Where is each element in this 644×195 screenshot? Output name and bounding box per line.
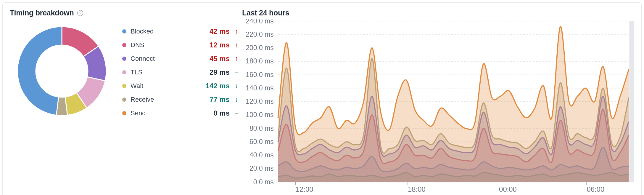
svg-text:40.0 ms: 40.0 ms xyxy=(249,151,274,159)
svg-text:180.0 ms: 180.0 ms xyxy=(246,57,274,65)
legend-label: Blocked xyxy=(131,28,198,35)
swatch-icon xyxy=(122,98,126,102)
legend-label: TLS xyxy=(131,68,198,76)
area-chart: 0.0 ms20.0 ms40.0 ms60.0 ms80.0 ms100.0 … xyxy=(242,19,634,195)
legend-row-send[interactable]: Send0 ms– xyxy=(122,109,239,117)
svg-text:18:00: 18:00 xyxy=(408,185,426,193)
swatch-icon xyxy=(122,70,126,74)
legend-label: DNS xyxy=(131,41,198,49)
legend-value: 42 ms xyxy=(202,27,230,36)
svg-text:140.0 ms: 140.0 ms xyxy=(246,84,274,92)
timing-legend: Blocked42 ms↑DNS12 ms↑Connect45 ms↑TLS29… xyxy=(122,25,239,117)
swatch-icon xyxy=(122,57,126,61)
legend-label: Send xyxy=(131,109,198,117)
trend-neutral-icon: – xyxy=(234,109,239,117)
trend-up-icon: ↑ xyxy=(234,55,239,63)
svg-text:00:00: 00:00 xyxy=(499,185,517,193)
svg-rect-26 xyxy=(629,21,634,182)
svg-text:20.0 ms: 20.0 ms xyxy=(249,164,274,172)
swatch-icon xyxy=(122,29,126,33)
section-title: Timing breakdown xyxy=(10,9,74,17)
svg-text:0.0 ms: 0.0 ms xyxy=(253,178,274,186)
legend-row-connect[interactable]: Connect45 ms↑ xyxy=(122,55,239,63)
svg-text:60.0 ms: 60.0 ms xyxy=(249,138,274,146)
legend-row-dns[interactable]: DNS12 ms↑ xyxy=(122,41,239,49)
legend-row-tls[interactable]: TLS29 ms– xyxy=(122,68,239,76)
legend-value: 12 ms xyxy=(202,41,230,49)
trend-neutral-icon: – xyxy=(234,68,239,76)
legend-row-receive[interactable]: Receive77 ms↓ xyxy=(122,95,239,104)
help-icon[interactable]: ? xyxy=(77,10,83,16)
svg-text:120.0 ms: 120.0 ms xyxy=(246,98,274,105)
legend-row-blocked[interactable]: Blocked42 ms↑ xyxy=(122,27,239,36)
section-title: Last 24 hours xyxy=(242,9,289,17)
svg-text:240.0 ms: 240.0 ms xyxy=(246,19,274,25)
legend-value: 29 ms xyxy=(202,68,230,76)
last24-panel: Last 24 hours 0.0 ms20.0 ms40.0 ms60.0 m… xyxy=(242,9,634,195)
swatch-icon xyxy=(122,43,126,47)
legend-row-wait[interactable]: Wait142 ms↓ xyxy=(122,82,239,90)
donut-chart xyxy=(10,19,114,123)
timing-breakdown-panel: Timing breakdown ? Blocked42 ms↑DNS12 ms… xyxy=(10,9,239,195)
svg-text:80.0 ms: 80.0 ms xyxy=(249,124,274,132)
svg-text:200.0 ms: 200.0 ms xyxy=(246,44,274,52)
trend-down-icon: ↓ xyxy=(234,96,239,103)
svg-text:160.0 ms: 160.0 ms xyxy=(246,71,274,79)
trend-up-icon: ↑ xyxy=(234,28,239,35)
legend-value: 45 ms xyxy=(202,55,230,63)
svg-text:220.0 ms: 220.0 ms xyxy=(246,31,274,38)
legend-label: Receive xyxy=(131,96,198,103)
svg-text:100.0 ms: 100.0 ms xyxy=(246,111,274,119)
timing-card: Timing breakdown ? Blocked42 ms↑DNS12 ms… xyxy=(2,2,642,195)
svg-text:12:00: 12:00 xyxy=(296,185,313,193)
legend-label: Wait xyxy=(131,82,198,90)
trend-up-icon: ↑ xyxy=(234,41,239,49)
swatch-icon xyxy=(122,84,126,88)
swatch-icon xyxy=(122,111,126,115)
trend-down-icon: ↓ xyxy=(234,82,239,90)
legend-label: Connect xyxy=(131,55,198,63)
legend-value: 77 ms xyxy=(202,95,230,104)
svg-text:06:00: 06:00 xyxy=(587,185,604,193)
legend-value: 142 ms xyxy=(202,82,230,90)
legend-value: 0 ms xyxy=(202,109,230,117)
